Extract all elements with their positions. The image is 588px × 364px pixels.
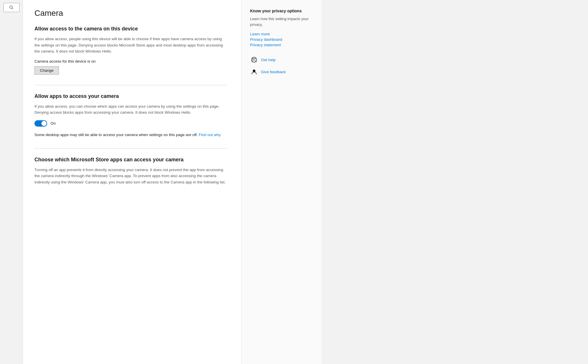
store-apps-section: Choose which Microsoft Store apps can ac… <box>34 157 227 185</box>
privacy-statement-link[interactable]: Privacy statement <box>250 43 313 47</box>
search-icon <box>9 5 14 10</box>
give-feedback-link[interactable]: Give feedback <box>261 70 286 74</box>
privacy-dashboard-link[interactable]: Privacy dashboard <box>250 37 313 42</box>
device-access-section: Allow access to the camera on this devic… <box>34 26 227 75</box>
device-access-status: Camera access for this device is on <box>34 59 227 63</box>
svg-point-5 <box>253 70 255 72</box>
get-help-link[interactable]: Get help <box>261 58 276 62</box>
toggle-knob <box>41 121 47 126</box>
help-icon <box>250 56 258 64</box>
learn-more-link[interactable]: Learn more <box>250 32 313 36</box>
privacy-panel-description: Learn how this setting impacts your priv… <box>250 16 313 27</box>
svg-line-1 <box>12 8 13 9</box>
device-access-description: If you allow access, people using this d… <box>34 36 227 55</box>
apps-access-section: Allow apps to access your camera If you … <box>34 93 227 138</box>
toggle-row: On <box>34 120 227 127</box>
svg-point-2 <box>252 57 257 62</box>
apps-access-title: Allow apps to access your camera <box>34 93 227 99</box>
privacy-panel: Know your privacy options Learn how this… <box>241 0 322 364</box>
svg-point-0 <box>10 6 12 8</box>
divider-1 <box>34 85 227 85</box>
apps-access-description: If you allow access, you can choose whic… <box>34 103 227 116</box>
privacy-links: Learn more Privacy dashboard Privacy sta… <box>250 32 313 47</box>
svg-point-3 <box>252 58 254 60</box>
search-box[interactable] <box>3 3 20 12</box>
feedback-icon <box>250 68 258 76</box>
device-access-title: Allow access to the camera on this devic… <box>34 26 227 32</box>
get-help-item: Get help <box>250 56 313 64</box>
sidebar-left <box>0 0 23 364</box>
privacy-panel-title: Know your privacy options <box>250 9 313 13</box>
help-links: Get help Give feedback <box>250 56 313 76</box>
change-button[interactable]: Change <box>34 66 59 75</box>
page-title: Camera <box>34 9 227 18</box>
camera-apps-toggle[interactable] <box>34 120 47 127</box>
desktop-apps-note: Some desktop apps may still be able to a… <box>34 132 227 138</box>
store-apps-title: Choose which Microsoft Store apps can ac… <box>34 157 227 163</box>
give-feedback-item: Give feedback <box>250 68 313 76</box>
main-content: Camera Allow access to the camera on thi… <box>23 0 241 364</box>
toggle-label: On <box>51 121 56 125</box>
find-out-why-link[interactable]: Find out why <box>199 133 221 137</box>
store-apps-description: Turning off an app prevents it from dire… <box>34 167 227 185</box>
divider-2 <box>34 148 227 149</box>
